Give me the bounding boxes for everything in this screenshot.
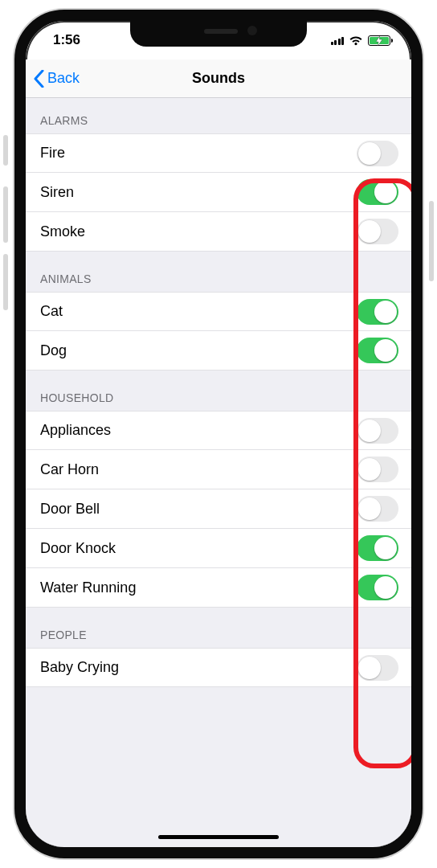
row-label: Baby Crying — [40, 659, 119, 676]
row-label: Car Horn — [40, 461, 99, 478]
status-time: 1:56 — [53, 32, 80, 48]
toggle-baby-crying[interactable] — [357, 655, 398, 681]
toggle-smoke[interactable] — [357, 219, 398, 244]
toggle-cat[interactable] — [357, 299, 398, 325]
row-door-bell: Door Bell — [26, 489, 411, 529]
toggle-knob — [358, 220, 381, 243]
toggle-knob — [374, 181, 397, 203]
section-alarms: FireSirenSmoke — [26, 133, 411, 252]
settings-content: ALARMSFireSirenSmokeANIMALSCatDogHOUSEHO… — [26, 98, 411, 847]
section-header-alarms: ALARMS — [26, 98, 411, 133]
toggle-knob — [358, 497, 381, 520]
toggle-knob — [358, 458, 381, 481]
toggle-knob — [358, 420, 381, 442]
section-header-household: HOUSEHOLD — [26, 371, 411, 411]
toggle-car-horn[interactable] — [357, 457, 398, 482]
row-siren: Siren — [26, 173, 411, 212]
toggle-dog[interactable] — [357, 338, 398, 363]
section-header-people: PEOPLE — [26, 608, 411, 648]
toggle-knob — [358, 657, 381, 679]
toggle-knob — [374, 537, 397, 559]
section-people: Baby Crying — [26, 648, 411, 687]
row-label: Water Running — [40, 579, 136, 596]
row-label: Appliances — [40, 422, 111, 439]
row-appliances: Appliances — [26, 411, 411, 450]
row-label: Cat — [40, 303, 63, 320]
section-animals: CatDog — [26, 292, 411, 371]
row-dog: Dog — [26, 331, 411, 371]
cellular-signal-icon — [331, 35, 345, 45]
back-button[interactable]: Back — [26, 70, 80, 88]
toggle-door-bell[interactable] — [357, 496, 398, 522]
row-car-horn: Car Horn — [26, 450, 411, 489]
battery-icon — [368, 35, 390, 46]
toggle-siren[interactable] — [357, 179, 398, 205]
wifi-icon — [349, 35, 363, 46]
nav-bar: Back Sounds — [26, 59, 411, 98]
device-power-button — [429, 201, 434, 281]
toggle-knob — [374, 576, 397, 599]
toggle-fire[interactable] — [357, 141, 398, 166]
toggle-appliances[interactable] — [357, 418, 398, 444]
toggle-knob — [374, 339, 397, 362]
device-silence-switch — [3, 135, 8, 166]
row-label: Fire — [40, 145, 65, 162]
back-label: Back — [47, 70, 80, 87]
row-fire: Fire — [26, 133, 411, 173]
row-label: Door Bell — [40, 501, 100, 518]
row-label: Dog — [40, 342, 67, 359]
device-volume-up — [3, 186, 8, 243]
row-water-running: Water Running — [26, 568, 411, 608]
home-indicator[interactable] — [158, 835, 279, 839]
row-label: Siren — [40, 184, 74, 201]
section-household: AppliancesCar HornDoor BellDoor KnockWat… — [26, 411, 411, 608]
phone-frame: 1:56 Back Sounds ALARMSFireSirenSmok — [14, 10, 423, 858]
toggle-knob — [358, 142, 381, 165]
row-label: Smoke — [40, 223, 85, 240]
charging-icon — [376, 35, 382, 47]
page-title: Sounds — [26, 70, 411, 87]
chevron-left-icon — [34, 70, 44, 88]
row-cat: Cat — [26, 292, 411, 331]
toggle-water-running[interactable] — [357, 575, 398, 600]
device-volume-down — [3, 254, 8, 310]
row-baby-crying: Baby Crying — [26, 648, 411, 687]
row-smoke: Smoke — [26, 212, 411, 252]
toggle-door-knock[interactable] — [357, 535, 398, 561]
toggle-knob — [374, 301, 397, 323]
device-notch — [130, 21, 307, 47]
row-label: Door Knock — [40, 540, 116, 557]
row-door-knock: Door Knock — [26, 529, 411, 568]
section-header-animals: ANIMALS — [26, 252, 411, 292]
